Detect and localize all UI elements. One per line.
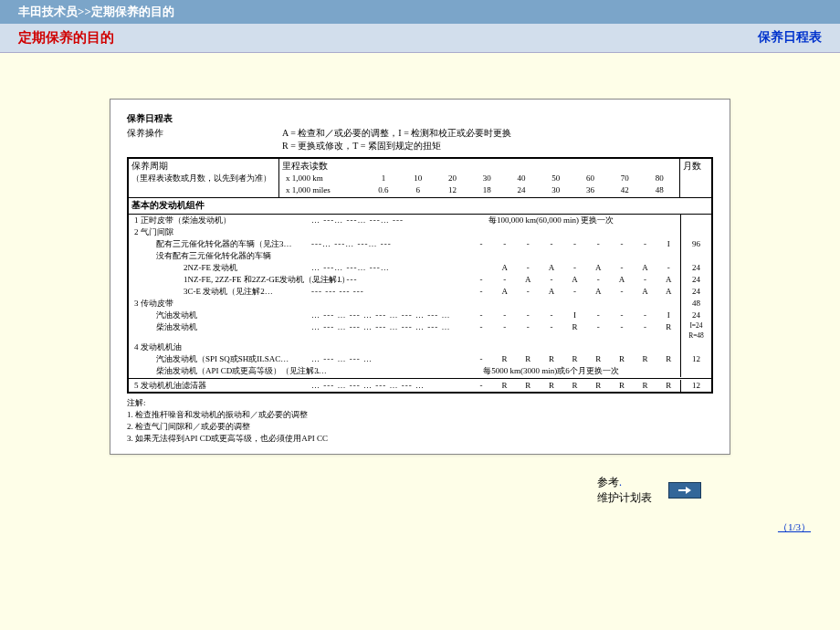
schedule-table: 保养周期 （里程表读数或月数，以先到者为准） 里程表读数 x 1,000 km … — [127, 157, 713, 394]
footer: 参考. 维护计划表 — [110, 475, 730, 506]
page-subtitle: 保养日程表 — [758, 29, 822, 47]
schedule-sheet: 保养日程表 保养操作 A = 检查和／或必要的调整，I = 检测和校正或必要时更… — [110, 99, 730, 455]
period-label: 保养周期 — [131, 160, 276, 173]
months-label: 月数 — [680, 159, 711, 198]
notes: 注解: 1. 检查推杆噪音和发动机的振动和／或必要的调整 2. 检查气门间隙和／… — [127, 397, 713, 445]
plan-label: 维护计划表 — [597, 490, 652, 506]
next-button[interactable] — [668, 482, 701, 499]
item-2b: 没有配有三元催化转化器的车辆 — [129, 250, 711, 262]
note-2: 2. 检查气门间隙和／或必要的调整 — [127, 421, 713, 433]
item-4a: 汽油发动机（SPI SQ或SH或ILSAC…… --- … --- … -RRR… — [129, 353, 711, 365]
item-2b3: 3C-E 发动机（见注解2…--- --- --- --- -A-A-A-AA … — [129, 286, 711, 298]
breadcrumb: 丰田技术员>>定期保养的目的 — [18, 5, 174, 18]
section-engine: 基本的发动机组件 — [129, 198, 711, 215]
item-3b: 柴油发动机… --- … --- … --- … --- … --- … ---… — [129, 321, 711, 341]
page-title: 定期保养的目的 — [18, 29, 114, 47]
period-sub: （里程表读数或月数，以先到者为准） — [131, 173, 276, 184]
legend-2: R = 更换或修改，T = 紧固到规定的扭矩 — [282, 140, 441, 153]
item-1: 1 正时皮带（柴油发动机） … ---… ---… ---… --- 每100,… — [129, 215, 711, 226]
item-4b: 柴油发动机（API CD或更高等级）（见注解3…… 每5000 km(3000 … — [129, 365, 711, 377]
reference-label: 参考 — [597, 476, 619, 488]
legend-1: A = 检查和／或必要的调整，I = 检测和校正或必要时更换 — [282, 127, 511, 141]
sheet-title: 保养日程表 — [127, 113, 173, 123]
note-3: 3. 如果无法得到API CD或更高等级，也必须使用API CC — [127, 433, 713, 445]
item-2: 2 气门间隙 — [129, 226, 711, 238]
item-2b2: 1NZ-FE, 2ZZ-FE 和2ZZ-GE发动机（见注解1）… ---… --… — [129, 274, 711, 286]
odo-label: 里程表读数 — [282, 160, 677, 173]
subheader: 定期保养的目的 保养日程表 — [0, 24, 840, 53]
item-2b1: 2NZ-FE 发动机… ---… ---… ---… A-A-A-A- 24 — [129, 262, 711, 274]
note-1: 1. 检查推杆噪音和发动机的振动和／或必要的调整 — [127, 409, 713, 421]
item-3a: 汽油发动机… --- … --- … --- … --- … --- … ---… — [129, 310, 711, 321]
notes-title: 注解: — [127, 397, 713, 409]
ops-label: 保养操作 — [127, 127, 282, 141]
item-5: 5 发动机机油滤清器… --- … --- … --- … --- … -RRR… — [129, 380, 711, 392]
km-row: x 1,000 km 11020304050607080 — [282, 173, 677, 184]
item-4: 4 发动机机油 — [129, 341, 711, 353]
app-header: 丰田技术员>>定期保养的目的 — [0, 0, 840, 24]
content-area: 保养日程表 保养操作 A = 检查和／或必要的调整，I = 检测和校正或必要时更… — [0, 53, 840, 515]
page-indicator[interactable]: （1/3） — [0, 515, 840, 540]
arrow-right-icon — [678, 486, 691, 495]
mi-row: x 1,000 miles 0.6612182430364248 — [282, 184, 677, 196]
item-3: 3 传动皮带48 — [129, 298, 711, 310]
item-2a: 配有三元催化转化器的车辆（见注3…---… ---… ---… --- ----… — [129, 238, 711, 250]
